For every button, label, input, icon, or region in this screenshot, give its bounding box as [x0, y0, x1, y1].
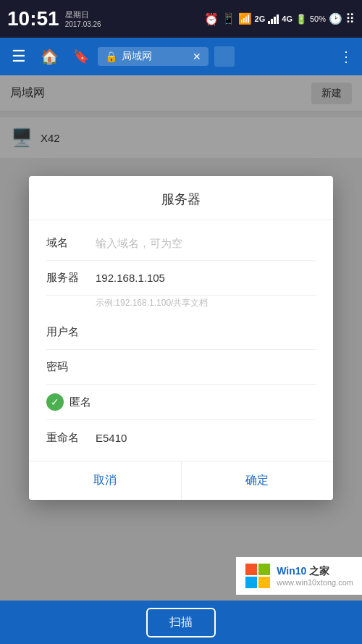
dialog-title: 服务器 [29, 176, 333, 220]
server-row: 服务器 [46, 261, 316, 296]
svg-rect-1 [258, 564, 270, 575]
username-row: 用户名 [46, 315, 316, 350]
signal-4g: 4G [282, 14, 292, 23]
nav-bar: ☰ 🏠 🔖 🔒 局域网 ✕ ⋮ [0, 38, 362, 75]
domain-label: 域名 [46, 236, 96, 250]
dialog-buttons: 取消 确定 [29, 461, 333, 500]
watermark-suffix: 之家 [306, 565, 329, 577]
signal-2g: 2G [255, 14, 266, 23]
anonymous-row[interactable]: ✓ 匿名 [46, 385, 316, 420]
home-icon[interactable]: 🏠 [35, 43, 64, 70]
windows-logo [245, 563, 271, 589]
status-right: ⏰ 📱 📶 2G 4G 🔋 50% 🕑 ⠿ [204, 11, 355, 27]
password-label: 密码 [46, 360, 96, 374]
svg-rect-0 [245, 564, 257, 575]
bookmark-icon[interactable]: 🔖 [67, 44, 95, 69]
lock-icon: 🔒 [105, 51, 117, 62]
nav-tab-label: 局域网 [122, 50, 152, 63]
rename-label: 重命名 [46, 431, 96, 445]
svg-rect-3 [258, 577, 270, 588]
signal-bars [268, 14, 279, 24]
username-label: 用户名 [46, 325, 96, 339]
domain-row: 域名 [46, 226, 316, 261]
checkbox-checked-icon: ✓ [46, 393, 64, 411]
server-input[interactable] [96, 272, 316, 284]
watermark: Win10 之家 www.win10xtong.com [236, 557, 362, 595]
battery-icon: 🔋 [295, 14, 307, 25]
password-row: 密码 [46, 350, 316, 385]
grid-icon: ⠿ [345, 11, 355, 27]
status-date: 2017.03.26 [65, 20, 101, 28]
status-bar: 10:51 星期日 2017.03.26 ⏰ 📱 📶 2G 4G 🔋 50% 🕑… [0, 0, 362, 38]
status-time: 10:51 [7, 9, 59, 29]
phone-icon: 📱 [222, 12, 235, 25]
rename-input[interactable] [96, 432, 316, 444]
alarm-icon: ⏰ [204, 12, 219, 26]
server-dialog: 服务器 域名 服务器 示例:192.168.1.100/共享文档 用户名 [29, 176, 333, 500]
server-label: 服务器 [46, 271, 96, 285]
bottom-bar: 扫描 [0, 601, 362, 644]
dialog-body: 域名 服务器 示例:192.168.1.100/共享文档 用户名 密码 [29, 220, 333, 461]
more-options-icon[interactable]: ⋮ [336, 43, 356, 70]
anonymous-label: 匿名 [70, 396, 91, 409]
cancel-button[interactable]: 取消 [29, 461, 182, 500]
nav-tab-inactive[interactable] [214, 46, 235, 67]
close-icon[interactable]: ✕ [193, 51, 201, 62]
watermark-site: Win10 [277, 565, 306, 577]
domain-input[interactable] [96, 237, 316, 249]
clock-icon: 🕑 [329, 12, 342, 25]
status-weekday: 星期日 [65, 9, 101, 20]
battery-level: 50% [310, 14, 326, 23]
hamburger-icon[interactable]: ☰ [6, 43, 32, 70]
server-hint: 示例:192.168.1.100/共享文档 [46, 296, 316, 315]
main-content: 局域网 新建 🖥️ X42 服务器 域名 服务器 [0, 75, 362, 601]
dialog-overlay: 服务器 域名 服务器 示例:192.168.1.100/共享文档 用户名 [0, 75, 362, 601]
scan-button[interactable]: 扫描 [146, 608, 216, 637]
rename-row: 重命名 [46, 420, 316, 455]
svg-rect-2 [245, 577, 257, 588]
nav-tab-lan[interactable]: 🔒 局域网 ✕ [98, 47, 209, 66]
password-input[interactable] [96, 361, 316, 373]
wifi-icon: 📶 [238, 12, 252, 25]
status-left: 10:51 星期日 2017.03.26 [7, 9, 101, 29]
watermark-url: www.win10xtong.com [277, 578, 353, 587]
username-input[interactable] [96, 326, 316, 338]
confirm-button[interactable]: 确定 [182, 461, 334, 500]
watermark-text: Win10 之家 www.win10xtong.com [277, 565, 353, 587]
